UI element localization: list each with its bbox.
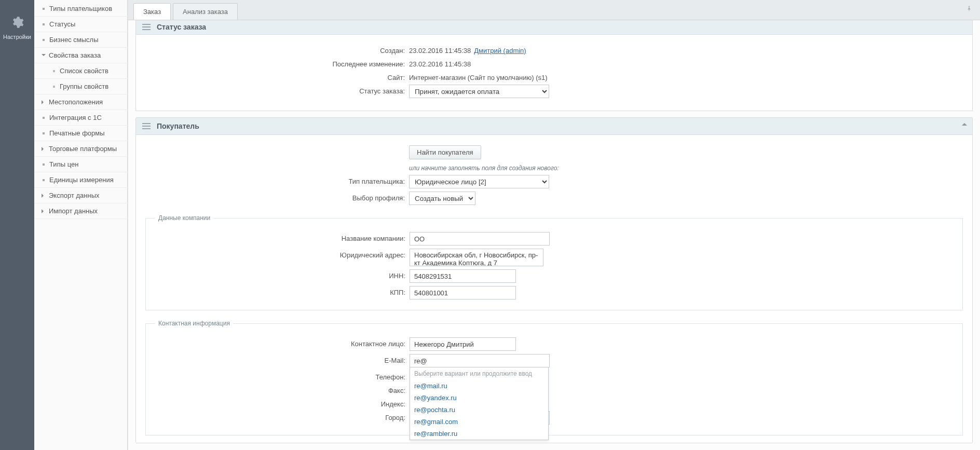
bullet-icon <box>43 132 45 134</box>
payer-type-select[interactable]: Юридическое лицо [2] <box>409 175 549 188</box>
chevron-icon <box>42 209 46 213</box>
autocomplete-item[interactable]: re@gmail.com <box>410 416 548 428</box>
collapse-icon[interactable] <box>962 123 967 126</box>
sidebar-item[interactable]: Свойства заказа <box>34 48 128 63</box>
created-value: 23.02.2016 11:45:38 <box>409 44 471 54</box>
tabs-bar: Заказ Анализ заказа <box>128 0 980 20</box>
sidebar-item[interactable]: Бизнес смыслы <box>34 32 128 48</box>
sidebar-item-label: Печатные формы <box>49 129 105 137</box>
bullet-icon <box>53 70 55 72</box>
bullet-icon <box>43 8 45 10</box>
sidebar-item-label: Единицы измерения <box>49 176 114 184</box>
sidebar-item[interactable]: Типы плательщиков <box>34 1 128 17</box>
chevron-icon <box>42 147 46 151</box>
profile-select[interactable]: Создать новый <box>409 192 475 205</box>
fax-label: Факс: <box>146 384 410 394</box>
contact-person-label: Контактное лицо: <box>146 337 410 348</box>
modified-label: Последнее изменение: <box>145 58 409 68</box>
created-user-link[interactable]: Дмитрий (admin) <box>474 47 526 54</box>
autocomplete-item[interactable]: re@rambler.ru <box>410 428 548 440</box>
kpp-input[interactable] <box>410 286 516 299</box>
sidebar-item-label: Свойства заказа <box>49 51 101 59</box>
sidebar-item-label: Бизнес смыслы <box>49 36 99 44</box>
buyer-panel: Покупатель Найти покупателя или начните … <box>135 117 973 443</box>
bullet-icon <box>53 86 55 88</box>
sidebar-item-label: Местоположения <box>49 98 103 106</box>
sidebar-item[interactable]: Местоположения <box>34 94 128 110</box>
company-name-input[interactable] <box>410 232 550 246</box>
chevron-icon <box>42 54 46 58</box>
autocomplete-item[interactable]: re@yandex.ru <box>410 392 548 404</box>
bullet-icon <box>43 23 45 25</box>
sidebar-item-label: Типы плательщиков <box>49 5 112 12</box>
email-input[interactable] <box>410 354 550 367</box>
autocomplete-item[interactable]: re@pochta.ru <box>410 404 548 416</box>
bullet-icon <box>43 163 45 166</box>
sidebar: Типы плательщиковСтатусыБизнес смыслыСво… <box>34 0 128 450</box>
sidebar-item[interactable]: Печатные формы <box>34 126 128 141</box>
find-buyer-button[interactable]: Найти покупателя <box>409 145 481 159</box>
payer-type-label: Тип плательщика: <box>145 175 409 185</box>
status-panel-title: Статус заказа <box>157 23 206 31</box>
sidebar-subitem[interactable]: Группы свойств <box>34 79 128 94</box>
bullet-icon <box>43 117 45 119</box>
company-fieldset-legend: Данные компании <box>155 214 213 222</box>
drag-icon <box>142 24 151 30</box>
company-name-label: Название компании: <box>146 232 410 242</box>
contact-person-input[interactable] <box>410 337 516 351</box>
email-autocomplete: Выберите вариант или продолжите ввод re@… <box>410 367 549 440</box>
pin-icon[interactable] <box>965 5 973 12</box>
sidebar-item[interactable]: Импорт данных <box>34 203 128 219</box>
legal-addr-label: Юридический адрес: <box>146 249 410 259</box>
status-panel-header: Статус заказа <box>135 20 973 35</box>
site-value: Интернет-магазин (Сайт по умолчанию) (s1… <box>409 71 548 81</box>
sidebar-item-label: Статусы <box>49 20 75 28</box>
city-label: Город: <box>146 411 410 421</box>
chevron-icon <box>42 194 46 198</box>
sidebar-item[interactable]: Статусы <box>34 17 128 32</box>
sidebar-item-label: Интеграция с 1С <box>49 114 102 121</box>
sidebar-item[interactable]: Единицы измерения <box>34 172 128 188</box>
sidebar-subitem[interactable]: Список свойств <box>34 63 128 79</box>
sidebar-item[interactable]: Интеграция с 1С <box>34 110 128 126</box>
bullet-icon <box>43 179 45 181</box>
contact-fieldset: Контактная информация Контактное лицо: E… <box>145 320 963 435</box>
sidebar-item-label: Группы свойств <box>60 83 108 90</box>
company-fieldset: Данные компании Название компании: Юриди… <box>145 214 963 310</box>
status-panel-body: Создан: 23.02.2016 11:45:38 Дмитрий (adm… <box>135 35 973 111</box>
legal-addr-textarea[interactable]: Новосибирская обл, г Новосибирск, пр-кт … <box>410 249 543 266</box>
contact-fieldset-legend: Контактная информация <box>155 320 233 327</box>
gear-icon <box>10 16 24 31</box>
inn-label: ИНН: <box>146 269 410 280</box>
content-scroll[interactable]: Статус заказа Создан: 23.02.2016 11:45:3… <box>128 20 980 450</box>
email-label: E-Mail: <box>146 354 410 364</box>
index-label: Индекс: <box>146 398 410 408</box>
buyer-panel-title: Покупатель <box>157 122 199 130</box>
tab-analysis[interactable]: Анализ заказа <box>173 3 238 20</box>
sidebar-item-label: Экспорт данных <box>49 192 99 199</box>
profile-label: Выбор профиля: <box>145 192 409 202</box>
sidebar-item[interactable]: Типы цен <box>34 157 128 172</box>
modified-value: 23.02.2016 11:45:38 <box>409 58 471 68</box>
sidebar-item-label: Торговые платформы <box>49 145 117 153</box>
inn-input[interactable] <box>410 269 516 283</box>
sidebar-item[interactable]: Экспорт данных <box>34 188 128 203</box>
rail-settings-label: Настройки <box>3 34 31 40</box>
rail-settings[interactable]: Настройки <box>3 16 31 40</box>
chevron-icon <box>42 100 46 104</box>
tab-order[interactable]: Заказ <box>133 3 171 20</box>
bullet-icon <box>43 39 45 41</box>
main-area: Заказ Анализ заказа Статус заказа Создан… <box>128 0 980 450</box>
buyer-panel-body: Найти покупателя или начните заполнять п… <box>136 135 972 443</box>
site-label: Сайт: <box>145 71 409 81</box>
autocomplete-item[interactable]: re@mail.ru <box>410 380 548 392</box>
drag-icon <box>142 123 151 129</box>
autocomplete-hint: Выберите вариант или продолжите ввод <box>410 367 548 380</box>
created-label: Создан: <box>145 44 409 54</box>
status-select[interactable]: Принят, ожидается оплата <box>409 85 549 98</box>
left-rail: Настройки <box>0 0 34 450</box>
sidebar-item-label: Импорт данных <box>49 207 98 215</box>
sidebar-item[interactable]: Торговые платформы <box>34 141 128 157</box>
buyer-hint: или начните заполнять поля для создания … <box>409 165 559 172</box>
phone-label: Телефон: <box>146 371 410 381</box>
